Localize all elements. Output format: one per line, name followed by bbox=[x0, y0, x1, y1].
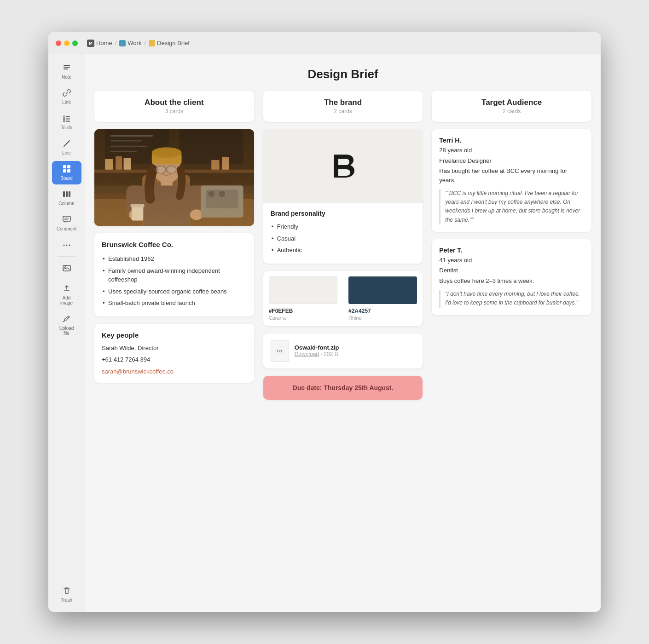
breadcrumb-brief-label: Design Brief bbox=[157, 40, 190, 46]
sidebar-item-column[interactable]: Column bbox=[52, 186, 81, 210]
svg-rect-27 bbox=[105, 129, 169, 164]
addimage-icon bbox=[63, 264, 71, 274]
title-bar: M Home / Work / Design Brief bbox=[48, 32, 601, 54]
svg-rect-15 bbox=[66, 191, 68, 197]
audience-card-peter: Peter T. 41 years old Dentist Buys coffe… bbox=[432, 239, 591, 315]
sidebar-item-todo[interactable]: To-do bbox=[52, 110, 81, 134]
about-client-subtitle: 3 cards bbox=[102, 108, 247, 115]
svg-rect-32 bbox=[110, 151, 137, 152]
traffic-lights bbox=[56, 40, 78, 46]
breadcrumb-home[interactable]: M Home bbox=[87, 40, 112, 47]
brand-subtitle: 2 cards bbox=[271, 108, 416, 115]
board-icon bbox=[63, 165, 71, 174]
swatch-rhino: #2A4257 Rhino bbox=[343, 271, 423, 326]
content-area: Design Brief About the client 3 cards bbox=[85, 54, 601, 612]
breadcrumb-work-label: Work bbox=[127, 40, 141, 46]
breadcrumb-work[interactable]: Work bbox=[119, 40, 141, 46]
sidebar-item-note[interactable]: Note bbox=[52, 60, 81, 83]
sidebar-column-label: Column bbox=[58, 201, 74, 206]
due-date-card: Due date: Thursday 25th August. bbox=[263, 376, 423, 400]
sidebar-item-draw[interactable]: Upload file bbox=[52, 311, 81, 339]
svg-rect-58 bbox=[206, 190, 238, 208]
swatch-cararra-hex: #F0EFEB bbox=[269, 308, 337, 314]
more-icon bbox=[63, 241, 71, 249]
svg-rect-55 bbox=[132, 206, 143, 220]
sidebar-divider bbox=[58, 256, 76, 257]
sidebar-item-board[interactable]: Board bbox=[52, 161, 81, 184]
sidebar-item-comment[interactable]: Comment bbox=[52, 212, 81, 235]
svg-rect-14 bbox=[63, 191, 65, 197]
audience-age-terri: 28 years old bbox=[439, 146, 584, 155]
key-people-card: Key people Sarah Wilde, Director +61 412… bbox=[94, 324, 254, 383]
client-name: Brunswick Coffee Co. bbox=[102, 241, 247, 248]
svg-rect-6 bbox=[66, 119, 70, 120]
column-header-brand: The brand 2 cards bbox=[263, 91, 423, 122]
audience-quote-terri: ""BCC is my little morning ritual. I've … bbox=[439, 189, 584, 224]
work-icon bbox=[119, 40, 126, 46]
brand-logo-svg bbox=[324, 148, 361, 184]
breadcrumb: M Home / Work / Design Brief bbox=[87, 40, 190, 47]
sidebar-trash-label: Trash bbox=[61, 598, 72, 603]
audience-name-terri: Terri H. bbox=[439, 137, 584, 144]
sidebar-item-addimage[interactable] bbox=[52, 260, 81, 279]
uploadfile-icon bbox=[63, 284, 71, 294]
svg-rect-38 bbox=[222, 157, 229, 170]
brief-icon bbox=[149, 40, 155, 46]
key-people-person: Sarah Wilde, Director bbox=[102, 344, 247, 353]
svg-rect-12 bbox=[63, 169, 66, 172]
sidebar-note-label: Note bbox=[62, 75, 71, 80]
audience-detail-terri: Has bought her coffee at BCC every morni… bbox=[439, 167, 584, 184]
close-button[interactable] bbox=[56, 40, 61, 46]
column-the-brand: The brand 2 cards bbox=[263, 91, 423, 400]
audience-name-peter: Peter T. bbox=[439, 247, 584, 254]
svg-rect-56 bbox=[131, 204, 145, 207]
client-bullet-2: Uses specially-sourced organic coffee be… bbox=[102, 286, 247, 298]
swatch-cararra-name: Cararra bbox=[269, 315, 337, 321]
svg-point-21 bbox=[66, 245, 67, 246]
client-bullet-3: Small-batch private blend launch bbox=[102, 297, 247, 309]
svg-point-60 bbox=[219, 191, 225, 197]
sidebar-item-uploadfile[interactable]: Add image bbox=[52, 281, 81, 309]
column-target-audience: Target Audience 2 cards Terri H. 28 year… bbox=[432, 91, 591, 315]
column-header-audience: Target Audience 2 cards bbox=[432, 91, 591, 122]
column-about-client: About the client 3 cards bbox=[94, 91, 254, 383]
file-info: Oswald-font.zip Download · 202 B bbox=[295, 344, 339, 357]
svg-rect-43 bbox=[161, 172, 172, 185]
sidebar-line-label: Line bbox=[62, 150, 71, 155]
svg-rect-51 bbox=[126, 185, 145, 215]
sidebar-item-link[interactable]: Link bbox=[52, 85, 81, 109]
sidebar-item-more[interactable] bbox=[52, 237, 81, 253]
svg-rect-26 bbox=[94, 129, 254, 185]
brand-personality-title: Brand personality bbox=[271, 210, 416, 217]
link-icon bbox=[63, 89, 71, 98]
audience-title: Target Audience bbox=[439, 98, 584, 107]
key-people-email[interactable]: sarah@brunswickcoffee.co bbox=[102, 368, 174, 375]
minimize-button[interactable] bbox=[64, 40, 70, 46]
audience-job-terri: Freelance Designer bbox=[439, 156, 584, 166]
breadcrumb-brief[interactable]: Design Brief bbox=[149, 40, 190, 46]
trash-icon bbox=[63, 586, 71, 596]
svg-rect-46 bbox=[152, 153, 182, 164]
brand-personality-list: Friendly Casual Authentic bbox=[271, 221, 416, 256]
audience-card-terri: Terri H. 28 years old Freelance Designer… bbox=[432, 129, 591, 232]
svg-point-48 bbox=[156, 166, 166, 173]
svg-point-59 bbox=[208, 191, 214, 197]
file-size: 202 B bbox=[324, 351, 338, 357]
brand-logo-card: Brand personality Friendly Casual Authen… bbox=[263, 129, 423, 264]
fullscreen-button[interactable] bbox=[72, 40, 78, 46]
draw-icon bbox=[63, 315, 71, 324]
audience-quote-peter: "I don't have time every morning, but I … bbox=[439, 290, 584, 307]
swatch-rhino-hex: #2A4257 bbox=[348, 308, 417, 314]
main-area: Note Link bbox=[48, 54, 601, 612]
svg-rect-36 bbox=[124, 158, 131, 169]
audience-detail-peter: Buys coffee here 2–3 times a week. bbox=[439, 276, 584, 286]
sidebar-item-line[interactable]: Line bbox=[52, 136, 81, 159]
client-bullet-list: Established 1962 Family owned award-winn… bbox=[102, 253, 247, 309]
svg-point-53 bbox=[129, 209, 142, 220]
file-download-link[interactable]: Download bbox=[295, 351, 319, 357]
svg-rect-13 bbox=[67, 169, 70, 172]
svg-rect-30 bbox=[110, 140, 142, 141]
sidebar-item-trash[interactable]: Trash bbox=[52, 583, 81, 606]
sidebar-link-label: Link bbox=[62, 100, 70, 105]
sidebar-board-label: Board bbox=[60, 176, 73, 181]
